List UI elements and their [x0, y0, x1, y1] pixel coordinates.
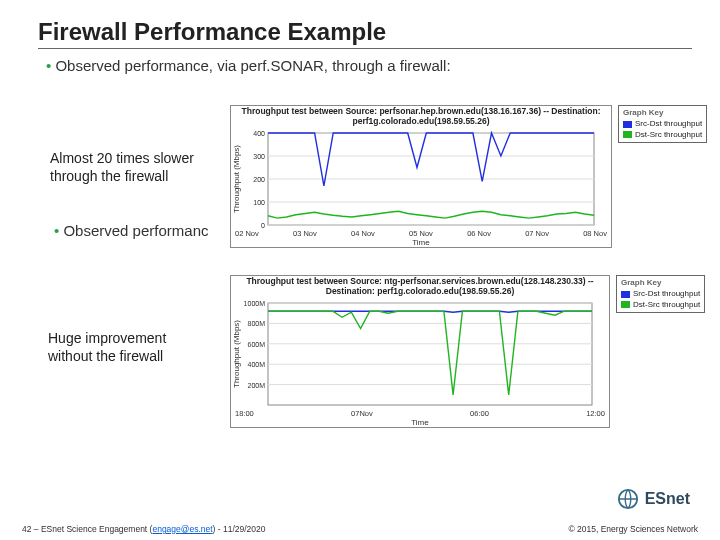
svg-text:1000M: 1000M	[244, 300, 266, 307]
chart1-xlabel: Time	[231, 238, 611, 247]
chart-through-firewall: Throughput test between Source: perfsona…	[230, 105, 612, 248]
legend-label: Dst-Src throughput	[635, 130, 702, 140]
swatch-blue-icon	[623, 121, 632, 128]
chart2-plot: 1000M800M600M400M200M	[242, 299, 596, 409]
swatch-blue-icon	[621, 291, 630, 298]
legend-label: Dst-Src throughput	[633, 300, 700, 310]
logo-text: ESnet	[645, 490, 690, 508]
legend-item-dst-src: Dst-Src throughput	[621, 300, 700, 310]
swatch-green-icon	[623, 131, 632, 138]
slide: Firewall Performance Example Observed pe…	[0, 0, 720, 540]
svg-text:600M: 600M	[247, 340, 265, 347]
footer-copyright: © 2015, Energy Sciences Network	[568, 524, 698, 534]
svg-text:300: 300	[253, 153, 265, 160]
svg-text:800M: 800M	[247, 320, 265, 327]
chart2-title: Throughput test between Source: ntg-perf…	[231, 276, 609, 299]
footer-left: 42 – ESnet Science Engagement (engage@es…	[22, 524, 266, 534]
swatch-green-icon	[621, 301, 630, 308]
footer: 42 – ESnet Science Engagement (engage@es…	[22, 524, 698, 534]
legend-label: Src-Dst throughput	[633, 289, 700, 299]
chart1-xticks: 02 Nov03 Nov04 Nov05 Nov06 Nov07 Nov08 N…	[231, 229, 611, 238]
svg-text:100: 100	[253, 199, 265, 206]
legend-title: Graph Key	[621, 278, 700, 288]
chart1-plot: 0100200300400	[242, 129, 598, 229]
chart2-legend: Graph Key Src-Dst throughput Dst-Src thr…	[616, 275, 705, 313]
chart2-xlabel: Time	[231, 418, 609, 427]
page-title: Firewall Performance Example	[38, 18, 692, 46]
svg-text:400M: 400M	[247, 361, 265, 368]
chart-without-firewall: Throughput test between Source: ntg-perf…	[230, 275, 610, 428]
globe-icon	[617, 488, 639, 510]
legend-item-dst-src: Dst-Src throughput	[623, 130, 702, 140]
legend-label: Src-Dst throughput	[635, 119, 702, 129]
footer-email-link[interactable]: engage@es.net	[152, 524, 212, 534]
bullet-observed-through-firewall: Observed performance, via perf.SONAR, th…	[46, 57, 692, 74]
chart2-ylabel: Throughput (Mbps)	[231, 299, 242, 409]
svg-rect-11	[268, 303, 592, 405]
title-underline: Firewall Performance Example	[38, 18, 692, 49]
legend-item-src-dst: Src-Dst throughput	[621, 289, 700, 299]
svg-text:0: 0	[261, 222, 265, 229]
chart1-title: Throughput test between Source: perfsona…	[231, 106, 611, 129]
legend-item-src-dst: Src-Dst throughput	[623, 119, 702, 129]
footer-suffix: ) - 11/29/2020	[213, 524, 266, 534]
footer-prefix: 42 – ESnet Science Engagement (	[22, 524, 152, 534]
legend-title: Graph Key	[623, 108, 702, 118]
chart1-legend: Graph Key Src-Dst throughput Dst-Src thr…	[618, 105, 707, 143]
esnet-logo: ESnet	[617, 488, 690, 510]
annotation-improvement: Huge improvement without the firewall	[48, 330, 198, 365]
annotation-slower: Almost 20 times slower through the firew…	[50, 150, 200, 185]
bullet-observed-partial: Observed performanc	[54, 222, 209, 239]
svg-text:200M: 200M	[247, 381, 265, 388]
svg-text:400: 400	[253, 130, 265, 137]
chart1-ylabel: Throughput (Mbps)	[231, 129, 242, 229]
svg-text:200: 200	[253, 176, 265, 183]
chart2-xticks: 18:0007Nov06:0012:00	[231, 409, 609, 418]
